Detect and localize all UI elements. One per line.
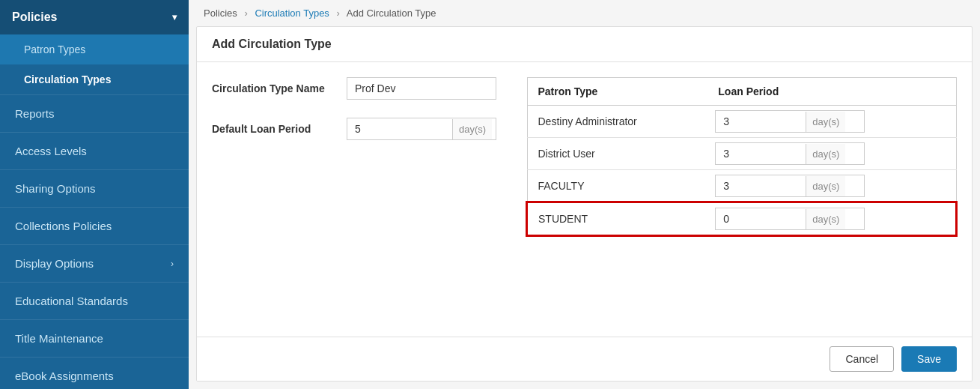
patron-type-cell: STUDENT bbox=[527, 202, 707, 235]
cancel-button[interactable]: Cancel bbox=[830, 346, 894, 372]
main-content: Policies › Circulation Types › Add Circu… bbox=[189, 0, 980, 389]
breadcrumb-policies: Policies bbox=[204, 7, 237, 19]
loan-period-input[interactable] bbox=[716, 175, 806, 196]
breadcrumb-circulation-types[interactable]: Circulation Types bbox=[255, 7, 329, 19]
loan-period-cell: day(s) bbox=[707, 106, 956, 138]
page-title: Add Circulation Type bbox=[212, 37, 332, 50]
sidebar: Policies ▾ Patron Types Circulation Type… bbox=[0, 0, 189, 389]
content-footer: Cancel Save bbox=[197, 337, 972, 381]
loan-input-group: day(s) bbox=[715, 142, 865, 165]
loan-period-suffix: day(s) bbox=[452, 119, 492, 139]
circulation-type-name-input[interactable] bbox=[347, 77, 496, 100]
loan-period-input[interactable] bbox=[716, 208, 806, 229]
loan-suffix: day(s) bbox=[806, 209, 845, 229]
content-body: Circulation Type Name Default Loan Perio… bbox=[197, 62, 972, 337]
sidebar-item-educational-standards[interactable]: Educational Standards bbox=[0, 282, 189, 319]
save-button[interactable]: Save bbox=[901, 346, 957, 372]
table-row: Destiny Administratorday(s) bbox=[527, 106, 956, 138]
sidebar-item-title-maintenance[interactable]: Title Maintenance bbox=[0, 319, 189, 357]
patron-type-cell: Destiny Administrator bbox=[527, 106, 707, 138]
table-header-row: Patron Type Loan Period bbox=[527, 78, 956, 106]
content-header: Add Circulation Type bbox=[197, 27, 972, 62]
loan-input-group: day(s) bbox=[715, 110, 865, 133]
sidebar-item-sharing-options[interactable]: Sharing Options bbox=[0, 169, 189, 207]
col-loan-period: Loan Period bbox=[707, 78, 956, 106]
sidebar-item-access-levels[interactable]: Access Levels bbox=[0, 132, 189, 169]
loan-suffix: day(s) bbox=[806, 112, 845, 132]
loan-input-group: day(s) bbox=[715, 208, 865, 230]
loan-period-input-group: day(s) bbox=[347, 118, 496, 140]
circulation-type-name-label: Circulation Type Name bbox=[212, 82, 332, 94]
sidebar-item-reports[interactable]: Reports bbox=[0, 94, 189, 132]
loan-suffix: day(s) bbox=[806, 144, 845, 164]
sidebar-header[interactable]: Policies ▾ bbox=[0, 0, 189, 34]
col-patron-type: Patron Type bbox=[527, 78, 707, 106]
content-area: Add Circulation Type Circulation Type Na… bbox=[196, 26, 973, 382]
chevron-down-icon: ▾ bbox=[172, 12, 177, 22]
loan-period-cell: day(s) bbox=[707, 170, 956, 203]
loan-input-group: day(s) bbox=[715, 175, 865, 197]
patron-type-cell: FACULTY bbox=[527, 170, 707, 203]
loan-period-input[interactable] bbox=[716, 143, 806, 164]
loan-period-input[interactable] bbox=[716, 111, 806, 132]
sidebar-title: Policies bbox=[12, 10, 57, 24]
default-loan-period-label: Default Loan Period bbox=[212, 123, 332, 135]
circulation-type-name-row: Circulation Type Name bbox=[212, 77, 496, 100]
breadcrumb-add-circulation-type: Add Circulation Type bbox=[347, 7, 436, 19]
form-section: Circulation Type Name Default Loan Perio… bbox=[212, 77, 496, 322]
default-loan-period-row: Default Loan Period day(s) bbox=[212, 118, 496, 140]
breadcrumb: Policies › Circulation Types › Add Circu… bbox=[189, 0, 980, 26]
sidebar-item-display-options[interactable]: Display Options › bbox=[0, 244, 189, 282]
sidebar-item-circulation-types[interactable]: Circulation Types bbox=[0, 64, 189, 94]
loan-period-cell: day(s) bbox=[707, 202, 956, 235]
loan-suffix: day(s) bbox=[806, 176, 845, 196]
sidebar-item-ebook-assignments[interactable]: eBook Assignments bbox=[0, 357, 189, 389]
patron-table-section: Patron Type Loan Period Destiny Administ… bbox=[526, 77, 957, 322]
table-row: STUDENTday(s) bbox=[527, 202, 956, 235]
sidebar-item-collections-policies[interactable]: Collections Policies bbox=[0, 207, 189, 244]
sidebar-submenu: Patron Types Circulation Types bbox=[0, 34, 189, 94]
table-row: FACULTYday(s) bbox=[527, 170, 956, 203]
arrow-right-icon: › bbox=[171, 259, 174, 269]
default-loan-period-input[interactable] bbox=[347, 118, 452, 139]
loan-period-cell: day(s) bbox=[707, 138, 956, 170]
patron-type-table: Patron Type Loan Period Destiny Administ… bbox=[526, 77, 957, 236]
sidebar-item-patron-types[interactable]: Patron Types bbox=[0, 34, 189, 64]
table-row: District Userday(s) bbox=[527, 138, 956, 170]
patron-type-cell: District User bbox=[527, 138, 707, 170]
